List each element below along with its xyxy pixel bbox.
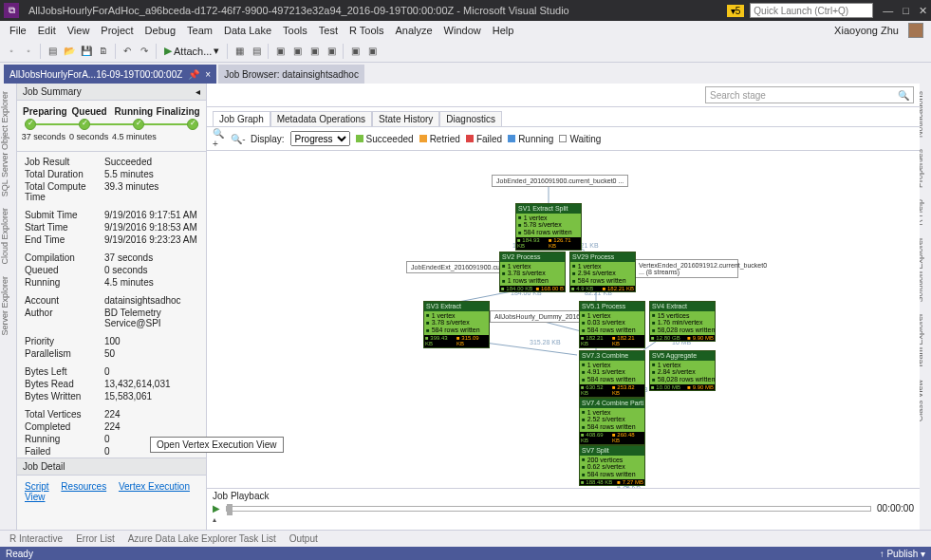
kv-value: 39.3 minutes [104,181,198,202]
kv-key: Parallelism [25,348,104,359]
menu-project[interactable]: Project [95,23,139,38]
tab-pin-icon[interactable]: 📌 [188,69,199,80]
kv-key: Bytes Read [25,379,104,389]
kv-key: Total Vertices [25,409,104,420]
kv-value: 5.5 minutes [104,169,198,179]
tool-a-icon[interactable]: ▦ [232,44,247,59]
bottomtab-rinteractive[interactable]: R Interactive [4,532,68,546]
playback-collapse-icon[interactable]: ▴ [213,515,216,524]
menu-window[interactable]: Window [438,23,487,38]
nav-fwd-icon[interactable]: ◦ [21,44,36,59]
tool-f-icon[interactable]: ▣ [324,44,339,59]
kv-value: 0 seconds [104,265,198,275]
quick-launch-input[interactable] [750,3,873,18]
bottomtab-output[interactable]: Output [284,532,324,546]
attach-button[interactable]: ▶Attach...▾ [160,45,223,57]
graph-node-sv51[interactable]: SV5.1 Process1 vertex0.03 s/vertex584 ro… [579,301,645,348]
strip-server-explorer[interactable]: Server Explorer [0,272,9,340]
tool-g-icon[interactable]: ▣ [347,44,363,59]
search-stage-input[interactable]: Search stage🔍 [705,86,914,103]
menu-edit[interactable]: Edit [32,23,62,38]
display-label: Display: [251,134,285,144]
kv-key: Queued [25,265,104,275]
collapse-icon[interactable]: ◂ [196,86,200,97]
redo-icon[interactable]: ↷ [137,44,152,59]
save-icon[interactable]: 💾 [79,44,94,59]
kv-value: Succeeded [104,157,198,167]
bottomtab-errorlist[interactable]: Error List [70,532,121,546]
menu-team[interactable]: Team [181,23,218,38]
user-name[interactable]: Xiaoyong Zhu [829,23,904,38]
tool-d-icon[interactable]: ▣ [289,44,305,59]
menu-rtools[interactable]: R Tools [344,23,389,38]
menu-analyze[interactable]: Analyze [389,23,438,38]
bottomtab-adltasks[interactable]: Azure Data Lake Explorer Task List [122,532,282,546]
kv-key: Bytes Left [25,366,104,377]
menu-datalake[interactable]: Data Lake [218,23,277,38]
menu-debug[interactable]: Debug [140,23,181,38]
link-script[interactable]: Script [25,481,49,492]
menu-test[interactable]: Test [313,23,344,38]
stage-time: 4.5 minutes [112,132,158,141]
kv-key: Priority [25,336,104,346]
job-graph-canvas[interactable]: JobEnded_2016091900.current_bucket0 ... … [207,151,920,488]
menu-tools[interactable]: Tools [277,23,313,38]
doctab-browser[interactable]: Job Browser: datainsightsadhoc [218,65,364,84]
strip-sql-explorer[interactable]: SQL Server Object Explorer [0,87,9,200]
graph-node-sv2[interactable]: SV2 Process1 vertex3.78 s/vertex1 rows w… [499,252,566,292]
job-summary-title: Job Summary [23,86,82,97]
kv-value: 100 [104,336,198,346]
graph-node-sv4[interactable]: SV4 Extract15 vertices1.76 min/vertex58,… [649,301,716,342]
new-icon[interactable]: ▤ [45,44,60,59]
graph-node-sv74[interactable]: SV7.4 Combine Parti...1 vertex2.52 s/ver… [579,398,645,445]
doctab-job[interactable]: AllJobsHourlyForA...16-09-19T00:00:00Z📌× [4,65,216,84]
tab-job-graph[interactable]: Job Graph [213,111,270,126]
graph-node-sv7[interactable]: SV7 Split200 vertices0.62 s/vertex584 ro… [579,445,645,486]
nav-back-icon[interactable]: ◦ [4,44,19,59]
tab-metadata[interactable]: Metadata Operations [270,111,372,126]
notification-flag-icon[interactable]: ▾5 [727,5,745,17]
link-vertex-view[interactable]: Vertex Execution View [25,481,190,502]
window-title: AllJobsHourlyForAdHoc_a96bceda-d172-46f7… [25,5,727,16]
tool-e-icon[interactable]: ▣ [307,44,322,59]
graph-node-sv3[interactable]: SV3 Extract1 vertex3.78 s/vertex584 rows… [423,301,490,348]
minimize-icon[interactable]: — [883,5,893,16]
tool-h-icon[interactable]: ▣ [364,44,380,59]
tool-b-icon[interactable]: ▤ [249,44,264,59]
kv-key: Compilation [25,252,104,263]
display-select[interactable]: Progress [290,131,350,146]
menu-view[interactable]: View [62,23,96,38]
publish-button[interactable]: ↑ Publish ▾ [880,549,925,559]
avatar-icon[interactable] [908,23,923,38]
tab-close-icon[interactable]: × [205,69,211,80]
playback-slider[interactable] [226,506,871,512]
graph-node-sv1[interactable]: SV1 Extract Split1 vertex5.78 s/vertex58… [515,203,582,251]
link-resources[interactable]: Resources [61,481,106,492]
kv-key: Start Time [25,222,104,233]
menu-file[interactable]: File [4,23,32,38]
tab-state-history[interactable]: State History [372,111,439,126]
zoom-out-icon[interactable]: 🔍- [232,132,245,145]
search-icon[interactable]: 🔍 [898,90,909,101]
kv-key: End Time [25,234,104,245]
menu-help[interactable]: Help [487,23,520,38]
close-icon[interactable]: ✕ [919,5,927,17]
graph-node-sv29[interactable]: SV29 Process1 vertex2.94 s/vertex584 row… [569,252,636,292]
stage-queued: Queued [67,106,112,117]
kv-key: Bytes Written [25,391,104,401]
undo-icon[interactable]: ↶ [120,44,135,59]
saveall-icon[interactable]: 🗎 [96,44,111,59]
kv-value: 37 seconds [104,252,198,263]
tab-diagnostics[interactable]: Diagnostics [439,111,502,126]
graph-node-sv5[interactable]: SV5 Aggregate1 vertex2.84 s/vertex58,028… [649,350,716,391]
open-icon[interactable]: 📂 [62,44,77,59]
info-jobended[interactable]: JobEnded_2016091900.current_bucket0 ... [492,175,628,187]
zoom-in-icon[interactable]: 🔍+ [213,132,226,145]
graph-node-sv73[interactable]: SV7.3 Combine1 vertex4.91 s/vertex584 ro… [579,350,645,398]
info-vertexended[interactable]: VertexEnded_2016091912.current_bucket0 .… [634,259,738,278]
maximize-icon[interactable]: □ [903,5,909,16]
strip-cloud-explorer[interactable]: Cloud Explorer [0,204,9,269]
kv-value: 9/19/2016 9:23:23 AM [104,234,198,245]
playback-play-icon[interactable]: ▶ [213,503,220,513]
tool-c-icon[interactable]: ▣ [272,44,288,59]
